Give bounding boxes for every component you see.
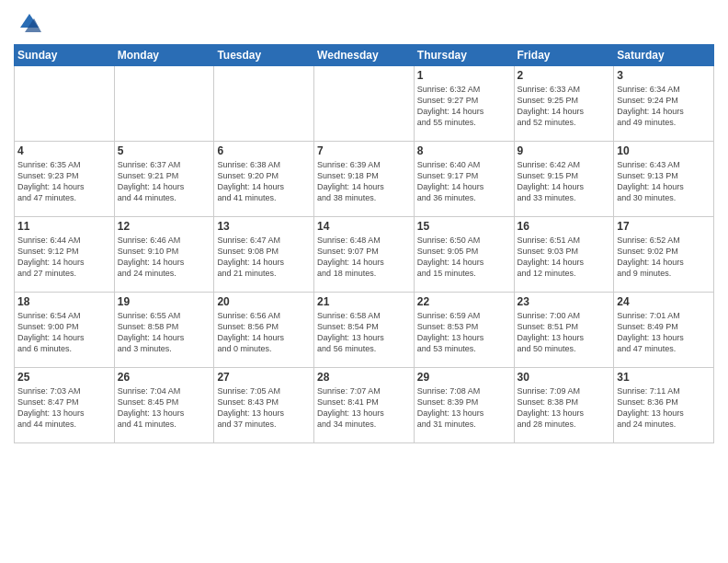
day-number: 3	[617, 69, 711, 82]
logo	[14, 9, 43, 37]
day-info: Sunrise: 7:04 AM Sunset: 8:45 PM Dayligh…	[118, 385, 211, 431]
calendar-cell: 5Sunrise: 6:37 AM Sunset: 9:21 PM Daylig…	[114, 142, 214, 217]
day-number: 17	[617, 220, 711, 233]
day-info: Sunrise: 6:48 AM Sunset: 9:07 PM Dayligh…	[317, 235, 411, 280]
day-info: Sunrise: 7:09 AM Sunset: 8:38 PM Dayligh…	[518, 385, 611, 431]
week-row-2: 4Sunrise: 6:35 AM Sunset: 9:23 PM Daylig…	[15, 142, 714, 217]
day-number: 6	[217, 144, 311, 157]
calendar-cell: 4Sunrise: 6:35 AM Sunset: 9:23 PM Daylig…	[15, 142, 115, 217]
col-header-monday: Monday	[114, 45, 214, 66]
day-number: 18	[17, 295, 111, 308]
day-number: 19	[118, 295, 211, 308]
day-number: 26	[118, 371, 211, 384]
col-header-wednesday: Wednesday	[314, 45, 415, 66]
day-info: Sunrise: 6:46 AM Sunset: 9:10 PM Dayligh…	[118, 235, 211, 280]
calendar-cell	[214, 66, 314, 142]
week-row-4: 18Sunrise: 6:54 AM Sunset: 9:00 PM Dayli…	[15, 293, 714, 368]
calendar-cell: 31Sunrise: 7:11 AM Sunset: 8:36 PM Dayli…	[614, 368, 714, 443]
day-number: 8	[417, 144, 511, 157]
day-number: 24	[617, 295, 711, 308]
day-number: 16	[518, 220, 611, 233]
logo-icon	[16, 9, 43, 37]
day-info: Sunrise: 6:40 AM Sunset: 9:17 PM Dayligh…	[417, 159, 511, 204]
calendar-cell: 11Sunrise: 6:44 AM Sunset: 9:12 PM Dayli…	[15, 217, 115, 293]
calendar-cell: 16Sunrise: 6:51 AM Sunset: 9:03 PM Dayli…	[514, 217, 614, 293]
calendar-cell: 17Sunrise: 6:52 AM Sunset: 9:02 PM Dayli…	[614, 217, 714, 293]
day-info: Sunrise: 6:58 AM Sunset: 8:54 PM Dayligh…	[317, 310, 411, 355]
day-number: 28	[317, 371, 411, 384]
day-info: Sunrise: 6:42 AM Sunset: 9:15 PM Dayligh…	[518, 159, 611, 204]
day-number: 13	[217, 220, 311, 233]
calendar-cell: 1Sunrise: 6:32 AM Sunset: 9:27 PM Daylig…	[414, 66, 514, 142]
day-info: Sunrise: 6:35 AM Sunset: 9:23 PM Dayligh…	[17, 159, 111, 204]
day-number: 12	[118, 220, 211, 233]
calendar-cell: 28Sunrise: 7:07 AM Sunset: 8:41 PM Dayli…	[314, 368, 415, 443]
day-info: Sunrise: 6:59 AM Sunset: 8:53 PM Dayligh…	[417, 310, 511, 355]
calendar-cell: 14Sunrise: 6:48 AM Sunset: 9:07 PM Dayli…	[314, 217, 415, 293]
calendar-cell: 26Sunrise: 7:04 AM Sunset: 8:45 PM Dayli…	[114, 368, 214, 443]
day-number: 23	[518, 295, 611, 308]
calendar-cell: 22Sunrise: 6:59 AM Sunset: 8:53 PM Dayli…	[414, 293, 514, 368]
day-info: Sunrise: 6:51 AM Sunset: 9:03 PM Dayligh…	[518, 235, 611, 280]
col-header-sunday: Sunday	[15, 45, 115, 66]
day-info: Sunrise: 6:34 AM Sunset: 9:24 PM Dayligh…	[617, 84, 711, 129]
day-number: 27	[217, 371, 311, 384]
day-info: Sunrise: 7:01 AM Sunset: 8:49 PM Dayligh…	[617, 310, 711, 355]
calendar-cell: 2Sunrise: 6:33 AM Sunset: 9:25 PM Daylig…	[514, 66, 614, 142]
calendar-cell: 30Sunrise: 7:09 AM Sunset: 8:38 PM Dayli…	[514, 368, 614, 443]
day-number: 22	[417, 295, 511, 308]
day-number: 15	[417, 220, 511, 233]
day-info: Sunrise: 6:52 AM Sunset: 9:02 PM Dayligh…	[617, 235, 711, 280]
day-number: 11	[17, 220, 111, 233]
day-info: Sunrise: 7:03 AM Sunset: 8:47 PM Dayligh…	[17, 385, 111, 431]
calendar-cell: 25Sunrise: 7:03 AM Sunset: 8:47 PM Dayli…	[15, 368, 115, 443]
calendar-cell: 24Sunrise: 7:01 AM Sunset: 8:49 PM Dayli…	[614, 293, 714, 368]
calendar-cell: 15Sunrise: 6:50 AM Sunset: 9:05 PM Dayli…	[414, 217, 514, 293]
calendar-cell: 7Sunrise: 6:39 AM Sunset: 9:18 PM Daylig…	[314, 142, 415, 217]
page-container: SundayMondayTuesdayWednesdayThursdayFrid…	[0, 0, 728, 448]
col-header-saturday: Saturday	[614, 45, 714, 66]
day-number: 29	[417, 371, 511, 384]
day-info: Sunrise: 6:47 AM Sunset: 9:08 PM Dayligh…	[217, 235, 311, 280]
calendar-cell: 19Sunrise: 6:55 AM Sunset: 8:58 PM Dayli…	[114, 293, 214, 368]
calendar-cell: 12Sunrise: 6:46 AM Sunset: 9:10 PM Dayli…	[114, 217, 214, 293]
day-info: Sunrise: 6:43 AM Sunset: 9:13 PM Dayligh…	[617, 159, 711, 204]
day-number: 10	[617, 144, 711, 157]
day-info: Sunrise: 6:38 AM Sunset: 9:20 PM Dayligh…	[217, 159, 311, 204]
day-info: Sunrise: 6:32 AM Sunset: 9:27 PM Dayligh…	[417, 84, 511, 129]
week-row-3: 11Sunrise: 6:44 AM Sunset: 9:12 PM Dayli…	[15, 217, 714, 293]
day-info: Sunrise: 6:50 AM Sunset: 9:05 PM Dayligh…	[417, 235, 511, 280]
day-number: 7	[317, 144, 411, 157]
day-info: Sunrise: 7:05 AM Sunset: 8:43 PM Dayligh…	[217, 385, 311, 431]
day-info: Sunrise: 7:11 AM Sunset: 8:36 PM Dayligh…	[617, 385, 711, 431]
calendar-cell: 20Sunrise: 6:56 AM Sunset: 8:56 PM Dayli…	[214, 293, 314, 368]
calendar-table: SundayMondayTuesdayWednesdayThursdayFrid…	[14, 44, 714, 443]
day-number: 9	[518, 144, 611, 157]
week-row-1: 1Sunrise: 6:32 AM Sunset: 9:27 PM Daylig…	[15, 66, 714, 142]
calendar-cell: 18Sunrise: 6:54 AM Sunset: 9:00 PM Dayli…	[15, 293, 115, 368]
calendar-cell: 9Sunrise: 6:42 AM Sunset: 9:15 PM Daylig…	[514, 142, 614, 217]
day-info: Sunrise: 6:37 AM Sunset: 9:21 PM Dayligh…	[118, 159, 211, 204]
day-number: 31	[617, 371, 711, 384]
week-row-5: 25Sunrise: 7:03 AM Sunset: 8:47 PM Dayli…	[15, 368, 714, 443]
col-header-thursday: Thursday	[414, 45, 514, 66]
day-number: 2	[518, 69, 611, 82]
calendar-cell: 27Sunrise: 7:05 AM Sunset: 8:43 PM Dayli…	[214, 368, 314, 443]
calendar-cell: 3Sunrise: 6:34 AM Sunset: 9:24 PM Daylig…	[614, 66, 714, 142]
col-header-friday: Friday	[514, 45, 614, 66]
calendar-cell: 6Sunrise: 6:38 AM Sunset: 9:20 PM Daylig…	[214, 142, 314, 217]
page-header	[14, 9, 714, 37]
day-info: Sunrise: 6:54 AM Sunset: 9:00 PM Dayligh…	[17, 310, 111, 355]
day-info: Sunrise: 7:07 AM Sunset: 8:41 PM Dayligh…	[317, 385, 411, 431]
calendar-cell: 29Sunrise: 7:08 AM Sunset: 8:39 PM Dayli…	[414, 368, 514, 443]
day-number: 25	[17, 371, 111, 384]
header-row: SundayMondayTuesdayWednesdayThursdayFrid…	[15, 45, 714, 66]
day-number: 4	[17, 144, 111, 157]
day-number: 5	[118, 144, 211, 157]
calendar-cell	[314, 66, 415, 142]
calendar-cell: 8Sunrise: 6:40 AM Sunset: 9:17 PM Daylig…	[414, 142, 514, 217]
calendar-cell	[15, 66, 115, 142]
calendar-cell: 21Sunrise: 6:58 AM Sunset: 8:54 PM Dayli…	[314, 293, 415, 368]
day-info: Sunrise: 7:00 AM Sunset: 8:51 PM Dayligh…	[518, 310, 611, 355]
day-number: 14	[317, 220, 411, 233]
